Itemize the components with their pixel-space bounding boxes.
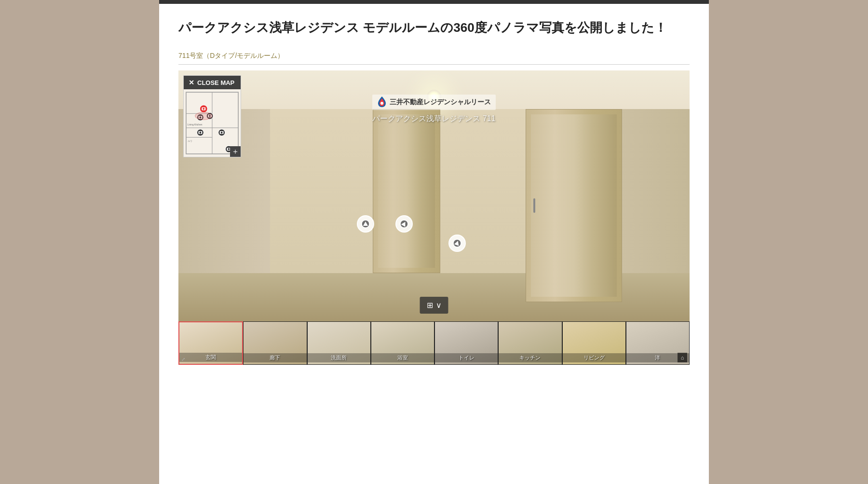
thumb-item-3[interactable]: 浴室: [371, 321, 434, 365]
nav-arrow-2[interactable]: [395, 215, 413, 233]
thumb-label-0: 玄関: [179, 353, 242, 362]
grid-icon: ⊞: [427, 301, 433, 310]
thumb-label-5: キッチン: [499, 353, 561, 362]
thumb-item-4[interactable]: トイレ: [434, 321, 498, 365]
brand-watermark: 三井不動産レジデンシャルリース: [372, 95, 496, 110]
page-title: パークアクシス浅草レジデンス モデルルームの360度パノラマ写真を公開しました！: [178, 18, 690, 37]
thumbnails-bar: ⤢玄関廊下洗面所浴室トイレキッチンリビング洋⌂: [178, 321, 690, 365]
svg-point-24: [195, 112, 212, 120]
thumb-item-6[interactable]: リビング: [562, 321, 626, 365]
expand-floorplan-button[interactable]: ＋: [230, 146, 241, 157]
grid-toggle-button[interactable]: ⊞ ∨: [420, 297, 448, 314]
floorplan-overlay: ✕ CLOSE MAP: [183, 75, 241, 157]
content-area: パークアクシス浅草レジデンス モデルルームの360度パノラマ写真を公開しました！…: [159, 4, 709, 379]
arrow-up-icon-3: [453, 239, 461, 248]
svg-point-23: [228, 148, 230, 150]
nav-arrow-3[interactable]: [448, 235, 466, 252]
arrow-up-icon-1: [361, 220, 370, 228]
thumb-item-7[interactable]: 洋⌂: [626, 321, 690, 365]
viewer-container: ✕ CLOSE MAP: [178, 70, 690, 365]
svg-point-8: [203, 108, 204, 110]
close-map-x-icon: ✕: [189, 79, 194, 86]
close-map-button[interactable]: ✕ CLOSE MAP: [184, 76, 241, 89]
floorplan-image: Living Kitchen ユリ ＋: [184, 89, 241, 157]
property-name: パークアクシス浅草レジデンス 711: [372, 114, 495, 124]
grid-toggle-container: ⊞ ∨: [420, 297, 448, 314]
thumb-label-3: 浴室: [371, 353, 434, 362]
thumb-item-1[interactable]: 廊下: [243, 321, 307, 365]
svg-point-27: [380, 102, 383, 105]
arrow-up-icon-2: [400, 220, 408, 228]
close-map-label: CLOSE MAP: [197, 79, 234, 86]
svg-text:Living Kitchen: Living Kitchen: [188, 124, 203, 126]
page-wrapper: パークアクシス浅草レジデンス モデルルームの360度パノラマ写真を公開しました！…: [159, 0, 709, 484]
svg-point-17: [199, 132, 201, 134]
svg-point-20: [221, 132, 223, 134]
nav-arrow-1[interactable]: [357, 215, 374, 233]
brand-logo-icon: [377, 97, 387, 108]
door-right: [526, 109, 622, 302]
thumb-label-6: リビング: [563, 353, 625, 362]
top-bar: [159, 0, 709, 4]
room-label: 711号室（Dタイプ/モデルルーム）: [178, 52, 690, 65]
thumb-item-5[interactable]: キッチン: [498, 321, 562, 365]
thumb-label-1: 廊下: [244, 353, 306, 362]
svg-text:ユリ: ユリ: [188, 140, 192, 142]
door-center: [373, 109, 440, 273]
panorama-area[interactable]: ✕ CLOSE MAP: [178, 70, 690, 321]
thumb-item-0[interactable]: ⤢玄関: [178, 321, 243, 365]
thumb-label-4: トイレ: [435, 353, 498, 362]
brand-name: 三井不動産レジデンシャルリース: [390, 98, 491, 107]
thumb-item-2[interactable]: 洗面所: [307, 321, 371, 365]
thumb-home-icon-7: ⌂: [678, 353, 687, 362]
grid-toggle-chevron: ∨: [436, 301, 442, 310]
thumb-label-2: 洗面所: [308, 353, 370, 362]
